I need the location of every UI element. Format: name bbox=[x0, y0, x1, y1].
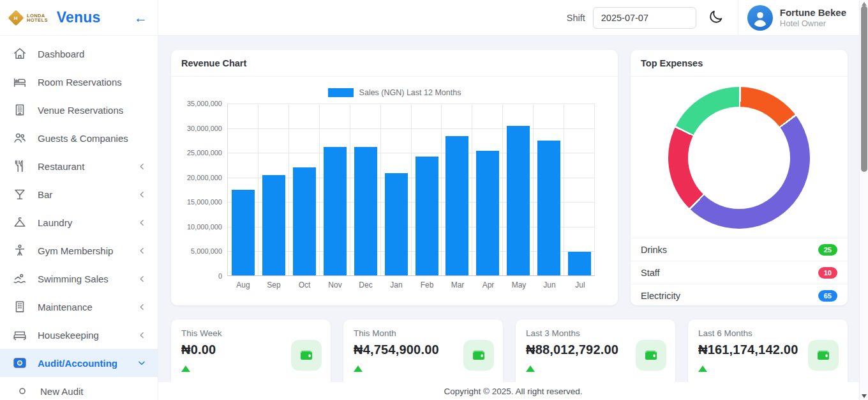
top-expenses-card: Top Expenses Drinks25Staff10Electricity6… bbox=[631, 50, 848, 305]
x-tick-label: Nov bbox=[320, 281, 350, 289]
dark-mode-toggle[interactable] bbox=[708, 9, 724, 27]
bar-column-may bbox=[503, 104, 534, 275]
expense-row-electricity[interactable]: Electricity65 bbox=[631, 284, 848, 307]
chevron-left-icon bbox=[138, 190, 146, 199]
bar-column-jan bbox=[381, 104, 412, 275]
sidebar-item-maintenance[interactable]: Maintenance bbox=[0, 293, 158, 321]
bar-jul[interactable] bbox=[568, 252, 591, 275]
y-axis: 05,000,00010,000,00015,000,00020,000,000… bbox=[180, 104, 227, 276]
shift-date-input[interactable] bbox=[593, 7, 696, 29]
sidebar-item-room-reservations[interactable]: Room Reservations bbox=[0, 68, 158, 96]
sidebar-item-label: Audit/Accounting bbox=[38, 358, 117, 369]
sidebar-item-label: Restaurant bbox=[38, 161, 84, 172]
sidebar-item-label: New Audit bbox=[40, 386, 84, 397]
martini-icon bbox=[13, 187, 27, 201]
sidebar-item-dashboard[interactable]: Dashboard bbox=[0, 40, 158, 68]
page-scrollbar[interactable] bbox=[859, 0, 868, 400]
shift-label: Shift bbox=[567, 13, 585, 23]
revenue-chart-title: Revenue Chart bbox=[171, 50, 618, 77]
y-tick-label: 0 bbox=[218, 272, 222, 280]
y-tick-label: 10,000,000 bbox=[187, 223, 222, 231]
sidebar-item-label: Laundry bbox=[38, 217, 72, 228]
bar-jun[interactable] bbox=[537, 141, 560, 275]
chart-legend[interactable]: Sales (NGN) Last 12 Months bbox=[171, 88, 618, 97]
bar-apr[interactable] bbox=[476, 151, 499, 275]
bar-column-apr bbox=[472, 104, 503, 275]
expense-row-staff[interactable]: Staff10 bbox=[631, 261, 848, 284]
expense-row-drinks[interactable]: Drinks25 bbox=[631, 238, 848, 261]
sidebar-header: H LONDA HOTELS Venus ← bbox=[0, 0, 158, 36]
bar-may[interactable] bbox=[507, 126, 530, 276]
y-tick-label: 35,000,000 bbox=[187, 100, 222, 107]
sidebar-item-label: Bar bbox=[38, 189, 52, 200]
bar-nov[interactable] bbox=[324, 147, 347, 275]
expenses-donut-chart[interactable] bbox=[668, 87, 810, 229]
x-tick-label: May bbox=[504, 281, 534, 289]
sidebar-item-label: Dashboard bbox=[38, 49, 84, 59]
bar-column-jun bbox=[534, 104, 564, 275]
logo-line2: HOTELS bbox=[27, 18, 48, 22]
x-tick-label: Aug bbox=[228, 281, 258, 289]
sidebar-nav: DashboardRoom ReservationsVenue Reservat… bbox=[0, 36, 158, 400]
sidebar-item-audit-accounting[interactable]: Audit/Accounting bbox=[0, 349, 158, 377]
sidebar-item-label: Housekeeping bbox=[38, 330, 99, 341]
sidebar-item-venue-reservations[interactable]: Venue Reservations bbox=[0, 96, 158, 124]
sidebar-item-label: Gym Membership bbox=[38, 245, 113, 256]
expense-badge: 65 bbox=[818, 290, 837, 302]
sidebar-item-label: Swimming Sales bbox=[38, 273, 108, 284]
sidebar-item-new-audit[interactable]: New Audit bbox=[0, 377, 158, 400]
bar-dec[interactable] bbox=[354, 147, 377, 275]
x-tick-label: Feb bbox=[412, 281, 442, 289]
dashboard-content: Revenue Chart Sales (NGN) Last 12 Months… bbox=[158, 36, 868, 400]
sidebar-item-housekeeping[interactable]: Housekeeping bbox=[0, 321, 158, 349]
footer: Copyright © 2025. All right reserved. bbox=[158, 382, 868, 400]
plot-area bbox=[227, 104, 595, 276]
chevron-left-icon bbox=[138, 219, 146, 227]
bar-feb[interactable] bbox=[415, 157, 438, 275]
hotel-logo-icon: H bbox=[8, 10, 24, 26]
trend-up-icon bbox=[181, 365, 190, 372]
sidebar-item-swimming-sales[interactable]: Swimming Sales bbox=[0, 265, 158, 293]
swim-icon bbox=[13, 272, 27, 286]
donut-zone bbox=[631, 77, 848, 238]
gym-icon bbox=[13, 243, 27, 258]
scrollbar-thumb[interactable] bbox=[861, 6, 867, 172]
sidebar-item-guests-companies[interactable]: Guests & Companies bbox=[0, 124, 158, 152]
building2-icon bbox=[13, 300, 27, 314]
stat-label: This Month bbox=[354, 328, 493, 338]
user-role: Hotel Owner bbox=[780, 19, 846, 28]
legend-swatch bbox=[328, 88, 354, 97]
home-icon bbox=[13, 47, 27, 61]
bar-oct[interactable] bbox=[293, 167, 316, 275]
chevron-left-icon bbox=[138, 331, 146, 339]
sidebar-collapse-icon[interactable]: ← bbox=[134, 11, 147, 24]
topbar-divider bbox=[738, 0, 738, 36]
sidebar-item-laundry[interactable]: Laundry bbox=[0, 208, 158, 236]
x-tick-label: Dec bbox=[350, 281, 381, 289]
building-icon bbox=[13, 103, 27, 117]
app-window: H LONDA HOTELS Venus ← DashboardRoom Res… bbox=[0, 0, 868, 400]
x-tick-label: Jul bbox=[565, 281, 595, 289]
chevron-down-icon bbox=[137, 358, 146, 367]
bar-jan[interactable] bbox=[385, 173, 408, 275]
sidebar-item-restaurant[interactable]: Restaurant bbox=[0, 152, 158, 180]
scroll-down-icon[interactable] bbox=[862, 394, 867, 398]
chevron-left-icon bbox=[138, 247, 146, 255]
sidebar-item-label: Venue Reservations bbox=[38, 105, 123, 116]
sidebar-item-bar[interactable]: Bar bbox=[0, 180, 158, 208]
y-tick-label: 15,000,000 bbox=[187, 198, 222, 206]
x-tick-label: Mar bbox=[442, 281, 473, 289]
app-title: Venus bbox=[57, 9, 101, 26]
sidebar-item-gym-membership[interactable]: Gym Membership bbox=[0, 236, 158, 265]
bar-chart: 05,000,00010,000,00015,000,00020,000,000… bbox=[171, 104, 618, 276]
bar-aug[interactable] bbox=[232, 190, 255, 275]
x-tick-label: Sep bbox=[258, 281, 289, 289]
x-tick-label: Apr bbox=[473, 281, 504, 289]
bar-mar[interactable] bbox=[445, 136, 468, 275]
bar-column-mar bbox=[442, 104, 472, 275]
bar-column-aug bbox=[228, 104, 258, 275]
user-menu[interactable]: Fortune Bekee Hotel Owner bbox=[747, 5, 846, 31]
bar-sep[interactable] bbox=[262, 175, 285, 275]
chevron-left-icon bbox=[138, 303, 146, 311]
bar-column-jul bbox=[564, 104, 595, 275]
